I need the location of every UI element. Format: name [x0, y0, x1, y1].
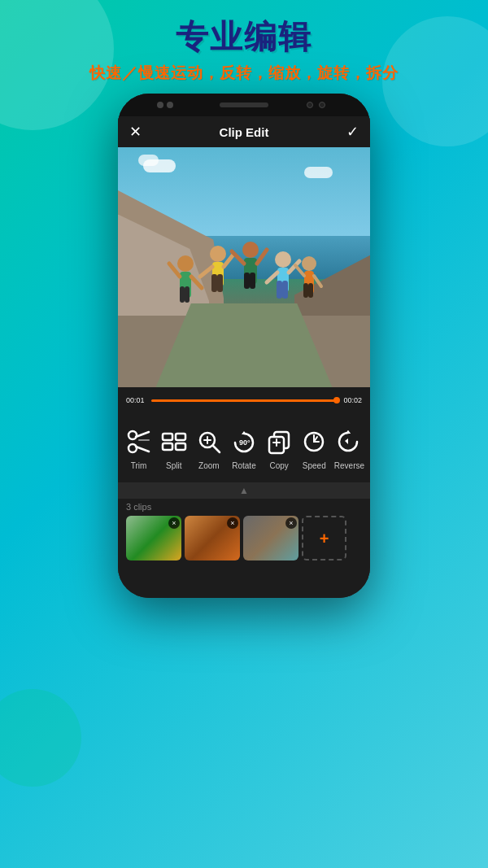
add-clip-button[interactable]: +: [302, 516, 346, 560]
main-title: 专业编辑: [0, 15, 488, 59]
people-svg: [163, 238, 325, 368]
timeline-thumb[interactable]: [333, 397, 340, 403]
close-button[interactable]: ✕: [129, 123, 142, 141]
svg-rect-35: [163, 434, 172, 440]
main-subtitle: 快速／慢速运动，反转，缩放，旋转，拆分: [0, 63, 488, 84]
timeline-bar[interactable]: 00:01 00:02: [118, 387, 370, 413]
phone-sensor: [157, 102, 163, 108]
clip-thumb-1[interactable]: ×: [126, 516, 181, 560]
rotate-icon: 90°: [229, 426, 259, 457]
trim-tool[interactable]: Trim: [124, 426, 155, 470]
edit-toolbar: Trim Split: [118, 413, 370, 482]
phone-screen: ✕ Clip Edit ✓: [118, 116, 370, 598]
chevron-up-bar[interactable]: ▲: [118, 482, 370, 499]
svg-point-30: [129, 431, 137, 439]
svg-rect-36: [163, 443, 172, 450]
clip-thumb-3[interactable]: ×: [243, 516, 298, 560]
copy-label: Copy: [269, 461, 288, 470]
svg-point-24: [302, 256, 316, 271]
reverse-label: Reverse: [334, 461, 364, 470]
clips-row: × × × +: [126, 516, 362, 560]
phone-speaker: [220, 103, 268, 107]
svg-rect-21: [282, 281, 288, 299]
svg-point-12: [242, 242, 259, 258]
app-topbar: ✕ Clip Edit ✓: [118, 116, 370, 147]
zoom-label: Zoom: [198, 461, 220, 470]
time-start: 00:01: [126, 396, 145, 404]
svg-rect-20: [277, 281, 282, 299]
add-clip-icon: +: [320, 530, 329, 547]
svg-rect-27: [308, 283, 313, 298]
svg-rect-9: [217, 274, 223, 292]
cloud-3: [304, 167, 333, 178]
header-section: 专业编辑 快速／慢速运动，反转，缩放，旋转，拆分: [0, 15, 488, 84]
confirm-button[interactable]: ✓: [346, 123, 359, 141]
speed-icon: [298, 426, 329, 457]
svg-point-6: [210, 246, 226, 262]
svg-point-18: [275, 251, 291, 268]
zoom-icon: [194, 426, 224, 457]
copy-tool[interactable]: Copy: [264, 426, 294, 470]
svg-rect-15: [250, 273, 255, 289]
cloud-2: [138, 155, 159, 166]
copy-icon: [264, 426, 294, 457]
phone-top-bar: [118, 94, 370, 116]
trim-icon: [124, 426, 155, 457]
phone-body: ✕ Clip Edit ✓: [118, 94, 370, 598]
time-end: 00:02: [343, 396, 362, 404]
bg-blob-3: [0, 689, 81, 787]
svg-line-33: [136, 447, 149, 451]
svg-point-31: [129, 444, 137, 452]
svg-line-16: [232, 251, 244, 264]
svg-rect-2: [180, 286, 185, 303]
svg-line-29: [314, 276, 321, 286]
clip-remove-3[interactable]: ×: [285, 517, 297, 529]
svg-rect-38: [176, 443, 185, 450]
video-preview: [118, 147, 370, 387]
phone-sensor-2: [167, 102, 173, 108]
clip-remove-2[interactable]: ×: [227, 517, 238, 529]
svg-line-10: [200, 267, 212, 277]
rotate-tool[interactable]: 90° Rotate: [229, 426, 259, 470]
speed-label: Speed: [303, 461, 326, 470]
svg-marker-50: [345, 438, 348, 444]
svg-point-0: [177, 255, 194, 272]
svg-rect-14: [244, 273, 250, 289]
split-icon: [159, 426, 190, 457]
app-title: Clip Edit: [220, 125, 269, 139]
trim-label: Trim: [131, 461, 147, 470]
phone-camera: [319, 102, 325, 108]
phone-mockup: ✕ Clip Edit ✓: [118, 94, 370, 598]
svg-rect-37: [176, 434, 185, 440]
svg-text:90°: 90°: [239, 438, 251, 447]
clip-thumb-2[interactable]: ×: [185, 516, 240, 560]
zoom-tool[interactable]: Zoom: [194, 426, 224, 470]
phone-camera-2: [307, 102, 313, 108]
reverse-icon: [333, 426, 364, 457]
svg-line-32: [136, 432, 149, 437]
svg-line-40: [213, 446, 220, 452]
video-content: [118, 147, 370, 387]
split-label: Split: [166, 461, 181, 470]
chevron-up-icon: ▲: [239, 485, 249, 496]
svg-rect-8: [211, 274, 217, 292]
clip-remove-1[interactable]: ×: [168, 517, 180, 529]
rotate-label: Rotate: [232, 461, 255, 470]
svg-line-22: [267, 273, 277, 282]
clips-section: 3 clips × × × +: [118, 499, 370, 564]
clips-count: 3 clips: [126, 502, 362, 512]
split-tool[interactable]: Split: [159, 426, 190, 470]
timeline-track[interactable]: [151, 399, 338, 402]
reverse-tool[interactable]: Reverse: [333, 426, 364, 470]
svg-rect-26: [303, 283, 308, 298]
speed-tool[interactable]: Speed: [298, 426, 329, 470]
svg-line-17: [257, 250, 267, 264]
svg-rect-3: [185, 286, 190, 303]
